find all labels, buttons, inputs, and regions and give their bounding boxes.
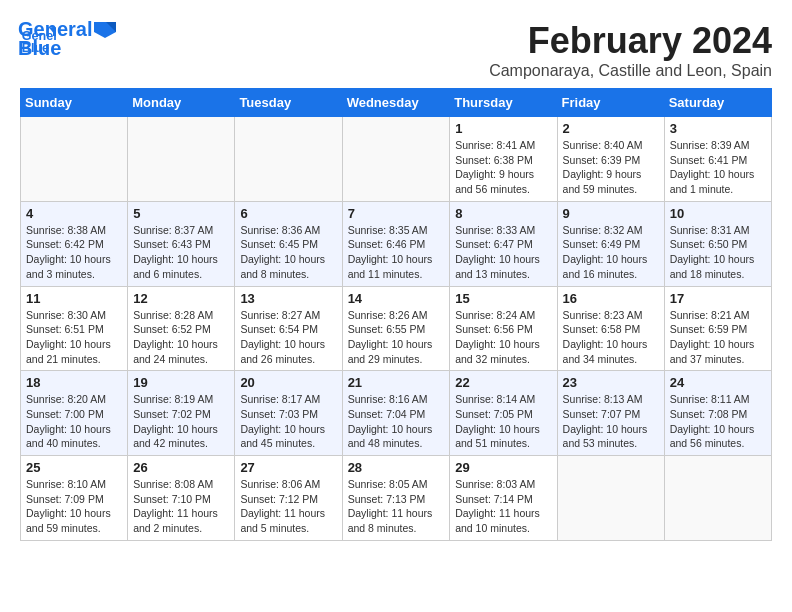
calendar-cell: 6Sunrise: 8:36 AMSunset: 6:45 PMDaylight… xyxy=(235,201,342,286)
day-info: Sunrise: 8:06 AMSunset: 7:12 PMDaylight:… xyxy=(240,477,336,536)
calendar-cell: 17Sunrise: 8:21 AMSunset: 6:59 PMDayligh… xyxy=(664,286,771,371)
weekday-header-row: SundayMondayTuesdayWednesdayThursdayFrid… xyxy=(21,89,772,117)
day-info: Sunrise: 8:36 AMSunset: 6:45 PMDaylight:… xyxy=(240,223,336,282)
day-number: 11 xyxy=(26,291,122,306)
month-year-title: February 2024 xyxy=(20,20,772,62)
day-number: 1 xyxy=(455,121,551,136)
calendar-cell: 4Sunrise: 8:38 AMSunset: 6:42 PMDaylight… xyxy=(21,201,128,286)
day-info: Sunrise: 8:11 AMSunset: 7:08 PMDaylight:… xyxy=(670,392,766,451)
calendar-cell: 2Sunrise: 8:40 AMSunset: 6:39 PMDaylight… xyxy=(557,117,664,202)
page-header: February 2024 Camponaraya, Castille and … xyxy=(20,20,772,80)
day-info: Sunrise: 8:32 AMSunset: 6:49 PMDaylight:… xyxy=(563,223,659,282)
calendar-cell: 10Sunrise: 8:31 AMSunset: 6:50 PMDayligh… xyxy=(664,201,771,286)
calendar-cell xyxy=(235,117,342,202)
calendar-cell: 7Sunrise: 8:35 AMSunset: 6:46 PMDaylight… xyxy=(342,201,450,286)
weekday-header-wednesday: Wednesday xyxy=(342,89,450,117)
calendar-cell: 27Sunrise: 8:06 AMSunset: 7:12 PMDayligh… xyxy=(235,456,342,541)
calendar-cell: 5Sunrise: 8:37 AMSunset: 6:43 PMDaylight… xyxy=(128,201,235,286)
day-number: 27 xyxy=(240,460,336,475)
calendar-cell: 21Sunrise: 8:16 AMSunset: 7:04 PMDayligh… xyxy=(342,371,450,456)
calendar-cell: 3Sunrise: 8:39 AMSunset: 6:41 PMDaylight… xyxy=(664,117,771,202)
calendar-table: SundayMondayTuesdayWednesdayThursdayFrid… xyxy=(20,88,772,541)
day-number: 7 xyxy=(348,206,445,221)
day-number: 9 xyxy=(563,206,659,221)
day-number: 28 xyxy=(348,460,445,475)
day-number: 18 xyxy=(26,375,122,390)
day-info: Sunrise: 8:33 AMSunset: 6:47 PMDaylight:… xyxy=(455,223,551,282)
week-row-4: 18Sunrise: 8:20 AMSunset: 7:00 PMDayligh… xyxy=(21,371,772,456)
calendar-cell: 24Sunrise: 8:11 AMSunset: 7:08 PMDayligh… xyxy=(664,371,771,456)
day-info: Sunrise: 8:24 AMSunset: 6:56 PMDaylight:… xyxy=(455,308,551,367)
calendar-cell: 18Sunrise: 8:20 AMSunset: 7:00 PMDayligh… xyxy=(21,371,128,456)
day-info: Sunrise: 8:08 AMSunset: 7:10 PMDaylight:… xyxy=(133,477,229,536)
day-number: 25 xyxy=(26,460,122,475)
day-info: Sunrise: 8:20 AMSunset: 7:00 PMDaylight:… xyxy=(26,392,122,451)
day-info: Sunrise: 8:30 AMSunset: 6:51 PMDaylight:… xyxy=(26,308,122,367)
location-subtitle: Camponaraya, Castille and Leon, Spain xyxy=(20,62,772,80)
day-number: 12 xyxy=(133,291,229,306)
day-number: 22 xyxy=(455,375,551,390)
week-row-5: 25Sunrise: 8:10 AMSunset: 7:09 PMDayligh… xyxy=(21,456,772,541)
day-info: Sunrise: 8:39 AMSunset: 6:41 PMDaylight:… xyxy=(670,138,766,197)
day-number: 10 xyxy=(670,206,766,221)
calendar-cell: 14Sunrise: 8:26 AMSunset: 6:55 PMDayligh… xyxy=(342,286,450,371)
weekday-header-friday: Friday xyxy=(557,89,664,117)
weekday-header-thursday: Thursday xyxy=(450,89,557,117)
weekday-header-tuesday: Tuesday xyxy=(235,89,342,117)
week-row-2: 4Sunrise: 8:38 AMSunset: 6:42 PMDaylight… xyxy=(21,201,772,286)
day-info: Sunrise: 8:10 AMSunset: 7:09 PMDaylight:… xyxy=(26,477,122,536)
calendar-cell: 16Sunrise: 8:23 AMSunset: 6:58 PMDayligh… xyxy=(557,286,664,371)
day-number: 13 xyxy=(240,291,336,306)
day-info: Sunrise: 8:40 AMSunset: 6:39 PMDaylight:… xyxy=(563,138,659,197)
logo-flag-icon xyxy=(94,22,116,38)
calendar-cell: 13Sunrise: 8:27 AMSunset: 6:54 PMDayligh… xyxy=(235,286,342,371)
calendar-cell: 29Sunrise: 8:03 AMSunset: 7:14 PMDayligh… xyxy=(450,456,557,541)
day-info: Sunrise: 8:26 AMSunset: 6:55 PMDaylight:… xyxy=(348,308,445,367)
day-number: 19 xyxy=(133,375,229,390)
calendar-cell: 12Sunrise: 8:28 AMSunset: 6:52 PMDayligh… xyxy=(128,286,235,371)
day-number: 4 xyxy=(26,206,122,221)
calendar-cell: 26Sunrise: 8:08 AMSunset: 7:10 PMDayligh… xyxy=(128,456,235,541)
day-info: Sunrise: 8:38 AMSunset: 6:42 PMDaylight:… xyxy=(26,223,122,282)
day-number: 14 xyxy=(348,291,445,306)
calendar-cell: 19Sunrise: 8:19 AMSunset: 7:02 PMDayligh… xyxy=(128,371,235,456)
day-number: 17 xyxy=(670,291,766,306)
calendar-cell: 23Sunrise: 8:13 AMSunset: 7:07 PMDayligh… xyxy=(557,371,664,456)
day-number: 8 xyxy=(455,206,551,221)
day-number: 2 xyxy=(563,121,659,136)
logo-blue: Blue xyxy=(18,37,61,60)
calendar-cell xyxy=(21,117,128,202)
day-info: Sunrise: 8:28 AMSunset: 6:52 PMDaylight:… xyxy=(133,308,229,367)
calendar-cell xyxy=(557,456,664,541)
calendar-cell: 8Sunrise: 8:33 AMSunset: 6:47 PMDaylight… xyxy=(450,201,557,286)
calendar-cell: 22Sunrise: 8:14 AMSunset: 7:05 PMDayligh… xyxy=(450,371,557,456)
day-info: Sunrise: 8:27 AMSunset: 6:54 PMDaylight:… xyxy=(240,308,336,367)
weekday-header-saturday: Saturday xyxy=(664,89,771,117)
day-number: 20 xyxy=(240,375,336,390)
day-info: Sunrise: 8:17 AMSunset: 7:03 PMDaylight:… xyxy=(240,392,336,451)
day-number: 29 xyxy=(455,460,551,475)
day-info: Sunrise: 8:41 AMSunset: 6:38 PMDaylight:… xyxy=(455,138,551,197)
day-info: Sunrise: 8:14 AMSunset: 7:05 PMDaylight:… xyxy=(455,392,551,451)
calendar-cell xyxy=(342,117,450,202)
logo-block: General Blue xyxy=(18,18,116,60)
day-info: Sunrise: 8:23 AMSunset: 6:58 PMDaylight:… xyxy=(563,308,659,367)
day-number: 6 xyxy=(240,206,336,221)
day-number: 24 xyxy=(670,375,766,390)
day-info: Sunrise: 8:21 AMSunset: 6:59 PMDaylight:… xyxy=(670,308,766,367)
calendar-cell: 25Sunrise: 8:10 AMSunset: 7:09 PMDayligh… xyxy=(21,456,128,541)
day-info: Sunrise: 8:03 AMSunset: 7:14 PMDaylight:… xyxy=(455,477,551,536)
day-info: Sunrise: 8:31 AMSunset: 6:50 PMDaylight:… xyxy=(670,223,766,282)
day-number: 3 xyxy=(670,121,766,136)
week-row-3: 11Sunrise: 8:30 AMSunset: 6:51 PMDayligh… xyxy=(21,286,772,371)
day-info: Sunrise: 8:35 AMSunset: 6:46 PMDaylight:… xyxy=(348,223,445,282)
calendar-cell: 20Sunrise: 8:17 AMSunset: 7:03 PMDayligh… xyxy=(235,371,342,456)
day-info: Sunrise: 8:05 AMSunset: 7:13 PMDaylight:… xyxy=(348,477,445,536)
week-row-1: 1Sunrise: 8:41 AMSunset: 6:38 PMDaylight… xyxy=(21,117,772,202)
day-number: 21 xyxy=(348,375,445,390)
day-number: 26 xyxy=(133,460,229,475)
calendar-cell xyxy=(128,117,235,202)
day-info: Sunrise: 8:13 AMSunset: 7:07 PMDaylight:… xyxy=(563,392,659,451)
day-number: 16 xyxy=(563,291,659,306)
calendar-cell: 15Sunrise: 8:24 AMSunset: 6:56 PMDayligh… xyxy=(450,286,557,371)
